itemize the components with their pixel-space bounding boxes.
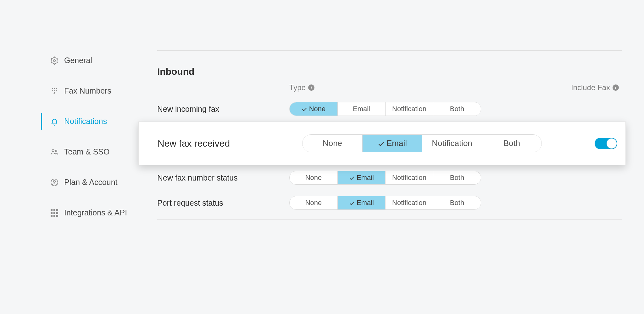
people-icon: [50, 148, 58, 156]
include-fax-toggle[interactable]: [595, 138, 617, 149]
segment-both[interactable]: Both: [433, 196, 481, 209]
check-icon: [349, 175, 355, 181]
check-icon: [349, 200, 355, 206]
include-fax-column-header: Include Fax i: [571, 83, 619, 92]
setting-row-new-fax-number-status: New fax number status None Email Notific…: [157, 165, 622, 190]
segment-email[interactable]: Email: [337, 196, 385, 209]
segment-notification[interactable]: Notification: [385, 102, 433, 116]
segment-email[interactable]: Email: [362, 135, 422, 152]
setting-row-port-request-status: Port request status None Email Notificat…: [157, 190, 622, 215]
setting-label: New incoming fax: [157, 105, 289, 114]
segment-email[interactable]: Email: [337, 102, 385, 116]
svg-point-4: [52, 90, 53, 91]
divider: [157, 219, 622, 219]
main-content: Inbound Type i Include Fax i New incomin…: [157, 50, 644, 223]
info-icon[interactable]: i: [613, 84, 619, 91]
svg-point-11: [53, 180, 56, 182]
sidebar-item-label: Plan & Account: [64, 178, 118, 187]
gear-icon: [50, 57, 58, 65]
setting-label: Port request status: [157, 198, 289, 208]
setting-row-new-fax-received: New fax received None Email Notification…: [138, 122, 626, 165]
sidebar-item-integrations-api[interactable]: Integrations & API: [41, 203, 157, 223]
apps-grid-icon: [50, 209, 58, 217]
type-segmented-control: None Email Notification Both: [289, 196, 481, 210]
segment-notification[interactable]: Notification: [385, 196, 433, 209]
segment-both[interactable]: Both: [433, 171, 481, 184]
svg-point-9: [55, 150, 57, 152]
svg-point-1: [52, 88, 53, 89]
segment-none[interactable]: None: [290, 102, 337, 116]
divider: [157, 50, 622, 51]
type-segmented-control: None Email Notification Both: [302, 134, 542, 152]
sidebar-item-label: Notifications: [64, 117, 107, 126]
toggle-knob: [607, 138, 617, 149]
svg-point-0: [53, 59, 56, 62]
check-icon: [378, 140, 385, 147]
segment-notification[interactable]: Notification: [385, 171, 433, 184]
setting-label: New fax number status: [157, 173, 289, 182]
inbound-table: Type i Include Fax i New incoming fax No…: [157, 81, 622, 215]
sidebar-item-label: Team & SSO: [64, 147, 110, 156]
section-title-inbound: Inbound: [157, 66, 622, 77]
bell-icon: [50, 117, 58, 126]
sidebar-item-plan-account[interactable]: Plan & Account: [41, 172, 157, 192]
sidebar-item-general[interactable]: General: [41, 50, 157, 71]
svg-point-7: [54, 92, 55, 93]
svg-point-3: [56, 88, 57, 89]
sidebar-item-label: General: [64, 56, 92, 65]
type-segmented-control: None Email Notification Both: [289, 102, 481, 116]
setting-row-new-incoming-fax: New incoming fax None Email Notification…: [157, 96, 622, 122]
segment-both[interactable]: Both: [482, 135, 541, 152]
svg-point-5: [54, 90, 55, 91]
table-header: Type i Include Fax i: [157, 81, 622, 96]
segment-none[interactable]: None: [290, 171, 337, 184]
segment-both[interactable]: Both: [433, 102, 481, 116]
settings-app: General Fax Numbers Notifications: [0, 0, 644, 223]
type-column-header: Type i: [289, 83, 500, 92]
segment-notification[interactable]: Notification: [422, 135, 482, 152]
svg-point-2: [54, 88, 55, 89]
sidebar-item-label: Integrations & API: [64, 208, 127, 217]
account-circle-icon: [50, 178, 58, 187]
check-icon: [302, 106, 307, 112]
sidebar-item-fax-numbers[interactable]: Fax Numbers: [41, 81, 157, 101]
svg-point-8: [52, 149, 54, 152]
svg-point-6: [56, 90, 57, 91]
type-segmented-control: None Email Notification Both: [289, 171, 481, 185]
segment-none[interactable]: None: [303, 135, 362, 152]
sidebar-item-label: Fax Numbers: [64, 86, 111, 95]
info-icon[interactable]: i: [308, 84, 314, 91]
dialpad-icon: [50, 87, 58, 95]
segment-email[interactable]: Email: [337, 171, 385, 184]
setting-label: New fax received: [158, 138, 302, 149]
segment-none[interactable]: None: [290, 196, 337, 209]
